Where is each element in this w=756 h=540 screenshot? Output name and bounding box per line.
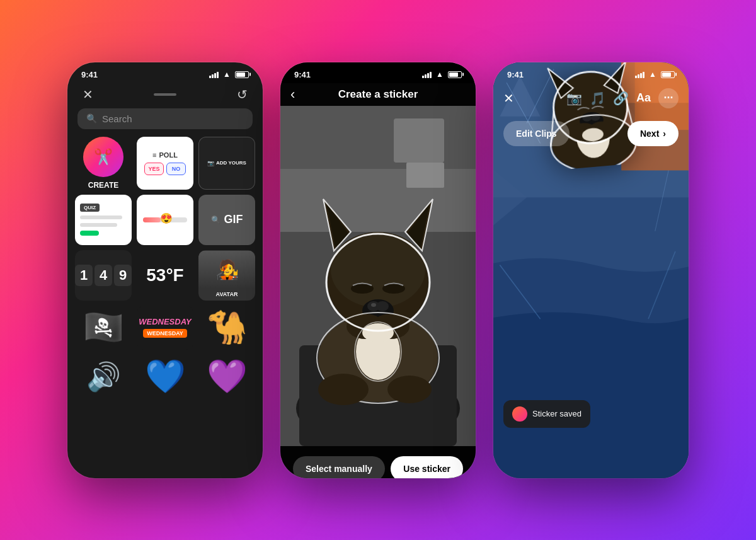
toast-avatar-icon <box>512 406 527 422</box>
addyours-sticker[interactable]: 📷 ADD YOURS <box>198 137 255 190</box>
text-icon[interactable]: Aa <box>636 91 651 105</box>
temp-label: 53°F <box>146 265 183 285</box>
create-sticker[interactable]: ✂️ CREATE <box>75 137 132 190</box>
phone-1: 9:41 ▲ ✕ ↺ 🔍 <box>67 62 263 478</box>
avatar-label: AVATAR <box>214 289 241 300</box>
phone-3: 9:41 ▲ <box>493 62 689 478</box>
emoji-slider-sticker[interactable]: 😍 <box>137 195 193 245</box>
wifi-icon-1: ▲ <box>223 70 231 79</box>
camel-sticker[interactable]: 🐪 <box>198 306 255 350</box>
status-icons-2: ▲ <box>422 70 462 79</box>
pirate-hat-sticker[interactable]: 🏴‍☠️ <box>75 306 132 350</box>
quiz-line <box>80 215 122 219</box>
sound-on-sticker[interactable]: 🔊 <box>75 355 132 399</box>
link-icon[interactable]: 🔗 <box>613 91 629 106</box>
phone1-toolbar: ✕ ↺ <box>67 83 263 108</box>
edit-clips-button[interactable]: Edit Clips <box>503 121 570 146</box>
back-button[interactable]: ‹ <box>290 86 295 103</box>
wednesday-pink-label: WEDNESDAY <box>139 317 192 326</box>
search-bar[interactable]: 🔍 Search <box>77 108 253 129</box>
phone2-title: Create a sticker <box>338 88 418 101</box>
camera-icon[interactable]: 📷 <box>566 91 582 106</box>
more-options-button[interactable]: ··· <box>658 88 679 108</box>
svg-rect-4 <box>406 163 444 188</box>
quiz-sticker[interactable]: QUIZ <box>75 195 132 245</box>
phone3-screen: ✕ 📷 🎵 🔗 Aa ··· <box>493 83 689 156</box>
avatar-image: 🧑‍🎤 <box>198 251 255 289</box>
temp-sticker[interactable]: 53°F <box>137 250 193 301</box>
addyours-text: 📷 ADD YOURS <box>207 160 246 166</box>
status-bar-1: 9:41 ▲ <box>67 62 263 83</box>
svg-point-19 <box>362 323 394 342</box>
purple-heart-sticker[interactable]: 💜 <box>198 355 255 399</box>
battery-icon-3 <box>661 71 675 78</box>
create-sticker-icon: ✂️ <box>83 137 123 177</box>
phone-2: 9:41 ▲ ‹ Create a sticker <box>280 62 476 478</box>
story-close-icon[interactable]: ✕ <box>503 91 514 106</box>
blue-heart-sticker[interactable]: 💙 <box>137 355 193 399</box>
countdown-sticker[interactable]: 1 4 9 <box>75 250 132 301</box>
sticker-saved-toast: Sticker saved <box>503 400 590 428</box>
phone1-screen: ✕ ↺ 🔍 Search ✂️ CREATE ≡POLL <box>67 83 263 399</box>
svg-point-15 <box>376 301 389 311</box>
quiz-title: QUIZ <box>80 204 100 212</box>
gif-sticker[interactable]: 🔍 GIF <box>198 195 255 245</box>
signal-bars-2 <box>422 71 432 78</box>
battery-icon-2 <box>448 71 462 78</box>
status-time-2: 9:41 <box>294 70 311 79</box>
slider-fill <box>143 217 161 222</box>
next-button[interactable]: Next › <box>627 121 679 146</box>
svg-rect-2 <box>280 106 476 169</box>
phone2-bottom-actions: Select manually Use sticker <box>280 446 476 478</box>
svg-point-16 <box>371 303 376 307</box>
countdown-digit-2: 4 <box>94 265 112 286</box>
wifi-icon-2: ▲ <box>436 70 444 79</box>
search-placeholder: Search <box>102 113 132 124</box>
next-label: Next <box>640 129 659 139</box>
slider-emoji: 😍 <box>160 212 173 224</box>
status-bar-2: 9:41 ▲ <box>280 62 476 83</box>
undo-icon[interactable]: ↺ <box>237 87 248 102</box>
dog-svg <box>280 106 476 446</box>
countdown-digit-3: 9 <box>114 265 132 286</box>
music-icon[interactable]: 🎵 <box>590 91 605 106</box>
status-bar-3: 9:41 ▲ <box>493 62 689 83</box>
create-sticker-label: CREATE <box>88 181 118 190</box>
close-icon[interactable]: ✕ <box>83 87 93 102</box>
battery-icon-1 <box>235 71 249 78</box>
svg-point-22 <box>318 374 369 405</box>
slider-track: 😍 <box>143 217 187 222</box>
use-sticker-button[interactable]: Use sticker <box>391 456 463 478</box>
poll-content: ≡POLL YES NO <box>144 151 186 175</box>
svg-point-23 <box>387 376 432 403</box>
svg-rect-3 <box>394 118 444 163</box>
gif-label: GIF <box>224 213 243 226</box>
select-manually-button[interactable]: Select manually <box>293 456 385 478</box>
signal-bars-1 <box>209 71 219 78</box>
signal-bar-2 <box>212 74 214 78</box>
poll-options: YES NO <box>144 163 186 175</box>
quiz-line-2 <box>80 223 117 227</box>
next-chevron-icon: › <box>663 129 666 139</box>
status-icons-1: ▲ <box>209 70 249 79</box>
story-bottom-bar: Edit Clips Next › <box>493 113 689 156</box>
phone2-screen: ‹ Create a sticker <box>280 83 476 478</box>
signal-bar-1 <box>209 76 211 78</box>
poll-sticker[interactable]: ≡POLL YES NO <box>137 137 193 190</box>
signal-bar-4 <box>217 72 219 78</box>
poll-title: ≡POLL <box>152 151 178 159</box>
story-right-icons: 📷 🎵 🔗 Aa ··· <box>566 88 679 108</box>
avatar-sticker[interactable]: 🧑‍🎤 AVATAR <box>198 250 255 301</box>
countdown-digit-1: 1 <box>75 265 93 286</box>
poll-no: NO <box>166 163 186 175</box>
wednesday-text-sticker[interactable]: WEDNESDAY WEDNESDAY <box>137 306 193 350</box>
search-icon: 🔍 <box>86 113 97 124</box>
wifi-icon-3: ▲ <box>649 70 656 79</box>
status-icons-3: ▲ <box>635 70 675 79</box>
signal-bars-3 <box>635 71 644 78</box>
poll-yes: YES <box>144 163 164 175</box>
dog-photo-area <box>280 106 476 446</box>
phones-container: 9:41 ▲ ✕ ↺ 🔍 <box>55 50 701 491</box>
battery-fill-1 <box>236 72 245 77</box>
signal-bar-3 <box>214 73 216 78</box>
